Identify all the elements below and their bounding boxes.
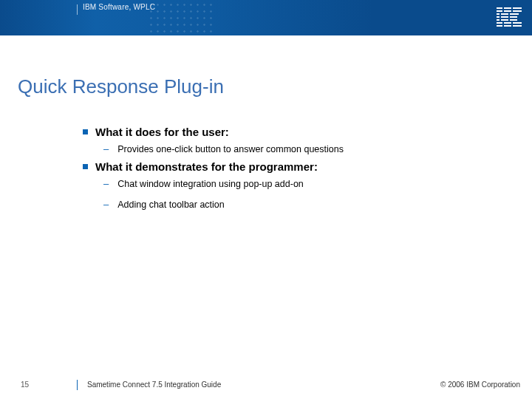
slide-title: Quick Response Plug-in xyxy=(18,75,224,98)
bullet-level2: – Provides one-click button to answer co… xyxy=(103,143,497,156)
dash-bullet-icon: – xyxy=(103,177,109,191)
header-title: IBM Software, WPLC xyxy=(83,3,155,11)
dash-bullet-icon: – xyxy=(103,143,109,156)
bullet1-text: What it demonstrates for the programmer: xyxy=(95,160,318,173)
footer: 15 Sametime Connect 7.5 Integration Guid… xyxy=(0,375,532,389)
bullet-level1: What it does for the user: xyxy=(83,126,497,138)
header-divider xyxy=(77,4,78,15)
page-number: 15 xyxy=(21,381,29,389)
header-decoration xyxy=(148,1,214,34)
square-bullet-icon xyxy=(83,129,88,134)
bullet-level1: What it demonstrates for the programmer: xyxy=(83,160,497,173)
bullet2-text: Chat window integration using pop-up add… xyxy=(117,177,304,191)
square-bullet-icon xyxy=(83,164,88,169)
footer-guide-title: Sametime Connect 7.5 Integration Guide xyxy=(87,381,221,389)
footer-copyright: © 2006 IBM Corporation xyxy=(440,381,520,389)
bullet2-text: Adding chat toolbar action xyxy=(117,198,225,211)
footer-divider xyxy=(77,380,78,390)
content-area: What it does for the user: – Provides on… xyxy=(83,121,497,214)
bullet-level2: – Chat window integration using pop-up a… xyxy=(103,177,497,191)
bullet2-text: Provides one-click button to answer comm… xyxy=(117,143,344,156)
bullet-level2: – Adding chat toolbar action xyxy=(103,198,497,211)
ibm-logo-icon xyxy=(497,7,522,27)
dash-bullet-icon: – xyxy=(103,198,109,211)
bullet1-text: What it does for the user: xyxy=(95,126,229,138)
header-bar: IBM Software, WPLC xyxy=(0,0,532,35)
